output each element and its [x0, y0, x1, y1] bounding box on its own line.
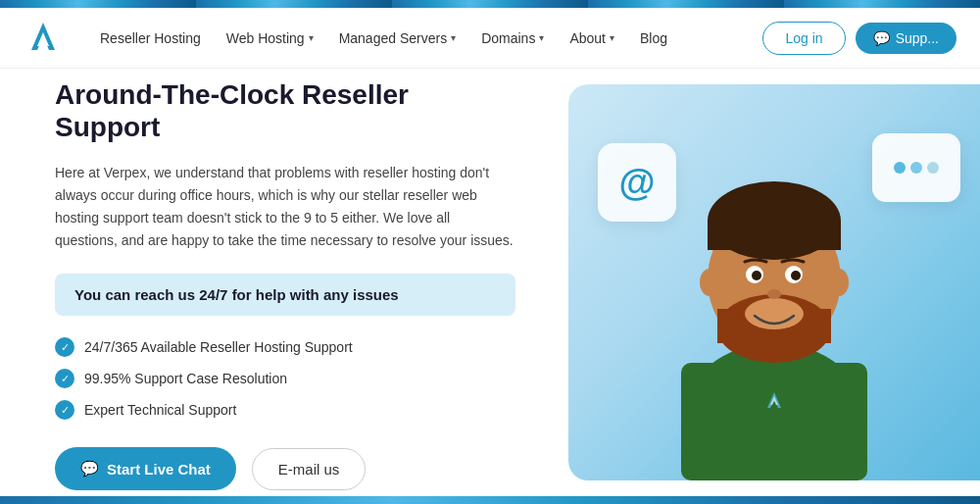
feature-item-1: ✓ 24/7/365 Available Reseller Hosting Su… [55, 337, 521, 357]
email-us-button[interactable]: E-mail us [252, 448, 367, 490]
chat-bubble-decoration [872, 133, 960, 202]
verpex-logo[interactable] [24, 19, 63, 58]
person-svg [637, 118, 911, 480]
chat-dot-2 [910, 162, 922, 174]
chat-button-icon: 💬 [80, 460, 99, 478]
section-description: Here at Verpex, we understand that probl… [55, 162, 515, 252]
page-title: Around-The-Clock Reseller Support [55, 78, 521, 144]
nav-reseller-hosting[interactable]: Reseller Hosting [90, 23, 211, 54]
left-panel: Around-The-Clock Reseller Support Here a… [0, 69, 568, 496]
check-icon-3: ✓ [55, 400, 74, 420]
nav-actions: Log in 💬 Supp... [762, 22, 956, 55]
svg-point-8 [700, 269, 719, 296]
reach-banner: You can reach us 24/7 for help with any … [55, 274, 515, 316]
web-hosting-chevron: ▾ [309, 32, 314, 43]
login-button[interactable]: Log in [762, 22, 845, 55]
support-icon: 💬 [873, 30, 890, 46]
domains-chevron: ▾ [539, 32, 544, 43]
svg-point-9 [829, 269, 849, 296]
chat-dot-1 [894, 162, 906, 174]
feature-item-3: ✓ Expert Technical Support [55, 400, 521, 420]
main-content: Around-The-Clock Reseller Support Here a… [0, 69, 980, 496]
bottom-decorative-bar [0, 496, 980, 504]
features-list: ✓ 24/7/365 Available Reseller Hosting Su… [55, 337, 521, 420]
cta-row: 💬 Start Live Chat E-mail us [55, 447, 521, 490]
top-decorative-bar [0, 0, 980, 8]
svg-rect-7 [708, 221, 841, 250]
nav-blog[interactable]: Blog [630, 23, 677, 54]
check-icon-2: ✓ [55, 369, 74, 388]
about-chevron: ▾ [610, 32, 614, 43]
nav-web-hosting[interactable]: Web Hosting ▾ [217, 23, 323, 54]
right-panel: @ [568, 84, 980, 480]
at-symbol-decoration: @ [598, 143, 676, 222]
nav-managed-servers[interactable]: Managed Servers ▾ [329, 23, 466, 54]
svg-point-17 [767, 289, 781, 299]
start-live-chat-button[interactable]: 💬 Start Live Chat [55, 447, 236, 490]
check-icon-1: ✓ [55, 337, 74, 357]
nav-about[interactable]: About ▾ [560, 23, 624, 54]
svg-point-15 [752, 271, 761, 280]
chat-dot-3 [927, 162, 939, 174]
svg-point-16 [791, 271, 801, 280]
nav-links: Reseller Hosting Web Hosting ▾ Managed S… [90, 23, 762, 54]
navbar: Reseller Hosting Web Hosting ▾ Managed S… [0, 8, 980, 69]
feature-item-2: ✓ 99.95% Support Case Resolution [55, 369, 521, 388]
nav-domains[interactable]: Domains ▾ [471, 23, 554, 54]
managed-servers-chevron: ▾ [451, 32, 456, 43]
support-button[interactable]: 💬 Supp... [856, 23, 956, 54]
svg-rect-3 [681, 363, 867, 480]
